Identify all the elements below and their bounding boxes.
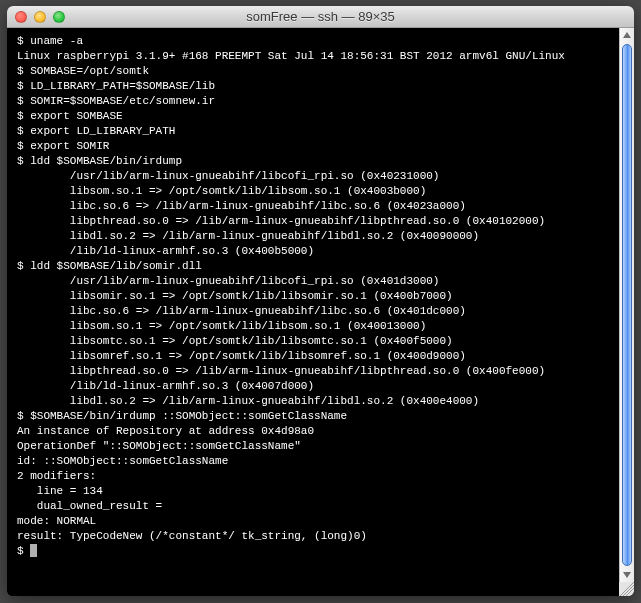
scroll-down-arrow-icon[interactable] — [623, 572, 631, 578]
close-button[interactable] — [15, 11, 27, 23]
terminal-output[interactable]: $ uname -a Linux raspberrypi 3.1.9+ #168… — [7, 28, 619, 596]
titlebar[interactable]: somFree — ssh — 89×35 — [7, 6, 634, 28]
minimize-button[interactable] — [34, 11, 46, 23]
terminal-window: somFree — ssh — 89×35 $ uname -a Linux r… — [7, 6, 634, 596]
scroll-thumb[interactable] — [622, 44, 632, 566]
cursor — [30, 544, 37, 557]
zoom-button[interactable] — [53, 11, 65, 23]
scrollbar[interactable] — [619, 28, 634, 596]
window-title: somFree — ssh — 89×35 — [246, 9, 394, 24]
traffic-lights — [7, 11, 65, 23]
scroll-up-arrow-icon[interactable] — [623, 32, 631, 38]
content-wrap: $ uname -a Linux raspberrypi 3.1.9+ #168… — [7, 28, 634, 596]
resize-handle-icon[interactable] — [619, 582, 634, 596]
